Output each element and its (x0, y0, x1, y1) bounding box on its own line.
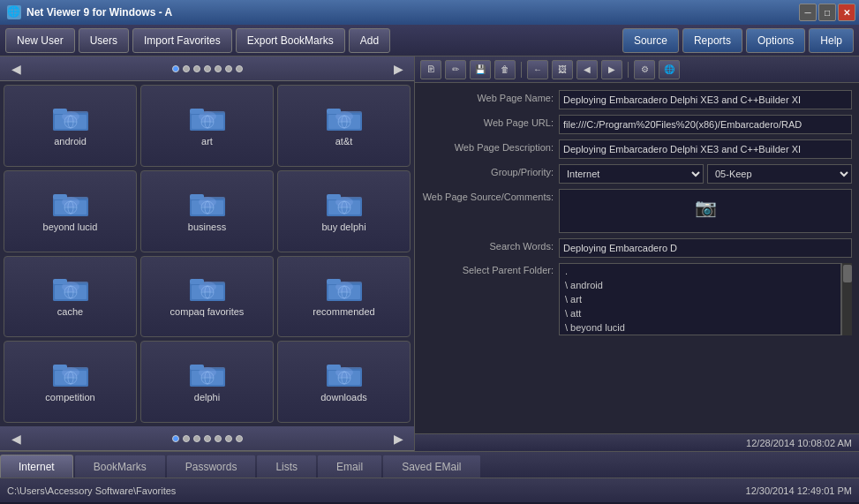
nav-dot-b3[interactable] (193, 435, 200, 442)
add-button[interactable]: Add (349, 28, 390, 53)
help-button[interactable]: Help (809, 28, 854, 53)
list-item[interactable]: \ att (560, 306, 840, 320)
nav-dot-4[interactable] (204, 65, 211, 72)
maximize-button[interactable]: □ (818, 4, 836, 21)
options-button[interactable]: Options (746, 28, 805, 53)
nav-prev-button[interactable]: ◀ (7, 62, 25, 76)
source-button[interactable]: Source (622, 28, 679, 53)
web-icon-button[interactable]: 🌐 (659, 60, 680, 79)
users-button[interactable]: Users (79, 28, 129, 53)
nav-dot-b5[interactable] (215, 435, 222, 442)
webpage-url-row: Web Page URL: (422, 115, 852, 134)
svg-rect-12 (190, 109, 204, 114)
folder-label: buy delphi (321, 222, 365, 233)
nav-dot-6[interactable] (225, 65, 232, 72)
export-bookmarks-button[interactable]: Export BookMarks (236, 28, 345, 53)
tab-internet[interactable]: Internet (0, 455, 73, 478)
folder-item[interactable]: compaq favorites (140, 256, 274, 338)
edit-icon-button[interactable]: ✏ (445, 60, 466, 79)
folder-item[interactable]: beyond lucid (4, 170, 137, 252)
webpage-desc-input[interactable] (559, 139, 852, 159)
nav-next-button[interactable]: ▶ (389, 62, 407, 76)
nav-dot-b6[interactable] (225, 435, 232, 442)
next-icon-button[interactable]: ▶ (601, 60, 622, 79)
left-panel: ◀ ▶ (0, 56, 415, 451)
reports-button[interactable]: Reports (682, 28, 742, 53)
svg-rect-84 (190, 365, 204, 370)
folder-item[interactable]: art (140, 85, 274, 167)
new-icon-button[interactable]: 🖹 (420, 60, 441, 79)
folder-item[interactable]: cache (4, 256, 137, 338)
folder-item[interactable]: business (140, 170, 274, 252)
image-icon-button[interactable]: 🖼 (552, 60, 573, 79)
folder-grid: android art (0, 81, 414, 426)
svg-rect-36 (190, 194, 204, 199)
folder-label: android (54, 136, 87, 147)
search-words-label: Search Words: (422, 238, 559, 252)
webpage-name-label: Web Page Name: (422, 90, 559, 103)
list-item[interactable]: \ beyond lucid (560, 320, 840, 335)
delete-icon-button[interactable]: 🗑 (494, 60, 516, 79)
folder-label: at&t (335, 136, 353, 147)
tab-email[interactable]: Email (318, 455, 381, 478)
svg-rect-76 (53, 365, 67, 370)
folder-item[interactable]: delphi (140, 341, 274, 423)
list-item[interactable]: \ android (560, 278, 840, 292)
folder-item[interactable]: recommended (277, 256, 411, 338)
folder-item[interactable]: buy delphi (277, 170, 411, 252)
folder-item[interactable]: android (4, 85, 137, 167)
folder-icon-3 (53, 190, 88, 218)
folder-item[interactable]: downloads (277, 341, 411, 423)
top-nav-bar: ◀ ▶ (0, 56, 414, 81)
prev-icon-button[interactable]: ◀ (576, 60, 598, 79)
nav-next-bottom-button[interactable]: ▶ (389, 432, 407, 446)
folder-list-scrollbar[interactable] (841, 263, 852, 335)
new-user-button[interactable]: New User (5, 28, 75, 53)
nav-dot-1[interactable] (172, 65, 179, 72)
settings-icon-button[interactable]: ⚙ (634, 60, 655, 79)
save-icon-button[interactable]: 💾 (470, 60, 491, 79)
nav-dot-7[interactable] (236, 65, 243, 72)
search-words-input[interactable] (559, 238, 852, 258)
nav-dot-5[interactable] (215, 65, 222, 72)
svg-rect-28 (53, 194, 67, 199)
select-parent-row: Select Parent Folder: .\ android\ art\ a… (422, 263, 852, 335)
group-row: Group/Priority: Internet 05-Keep (422, 164, 852, 184)
folder-item[interactable]: competition (4, 341, 137, 423)
form-area: Web Page Name: Web Page URL: Web Page De… (415, 83, 859, 433)
timestamp-row: 12/28/2014 10:08:02 AM (415, 433, 859, 451)
select-parent-label: Select Parent Folder: (422, 263, 559, 275)
folder-icon-2 (327, 104, 362, 132)
bottom-nav-bar: ◀ ▶ (0, 426, 414, 451)
minimize-button[interactable]: ─ (799, 4, 817, 21)
close-button[interactable]: ✕ (838, 4, 855, 21)
back-icon-button[interactable]: ← (527, 60, 548, 79)
folder-list[interactable]: .\ android\ art\ att\ beyond lucid (559, 263, 841, 335)
nav-dot-b7[interactable] (236, 435, 243, 442)
nav-dot-b2[interactable] (183, 435, 190, 442)
webpage-name-input[interactable] (559, 90, 852, 109)
nav-dot-3[interactable] (193, 65, 200, 72)
webpage-url-input[interactable] (559, 115, 852, 134)
tab-lists[interactable]: Lists (257, 455, 316, 478)
folder-icon-10 (190, 360, 225, 388)
rt-sep2 (628, 62, 629, 78)
nav-dot-b4[interactable] (204, 435, 211, 442)
tab-bookmarks[interactable]: BookMarks (75, 455, 165, 478)
import-favorites-button[interactable]: Import Favorites (132, 28, 232, 53)
svg-rect-52 (53, 279, 67, 284)
tab-passwords[interactable]: Passwords (167, 455, 256, 478)
priority-select[interactable]: 05-Keep (707, 164, 852, 184)
list-item[interactable]: \ art (560, 292, 840, 306)
nav-prev-bottom-button[interactable]: ◀ (7, 432, 25, 446)
nav-dot-2[interactable] (183, 65, 190, 72)
nav-dot-b1[interactable] (172, 435, 179, 442)
folder-item[interactable]: at&t (277, 85, 411, 167)
tab-saved-email[interactable]: Saved EMail (383, 455, 479, 478)
list-item[interactable]: . (560, 264, 840, 278)
webpage-desc-row: Web Page Description: (422, 139, 852, 159)
folder-label: delphi (194, 392, 220, 403)
status-path: C:\Users\Accessory Software\Favorites (7, 485, 176, 496)
folder-label: beyond lucid (43, 222, 98, 233)
group-select[interactable]: Internet (559, 164, 704, 184)
